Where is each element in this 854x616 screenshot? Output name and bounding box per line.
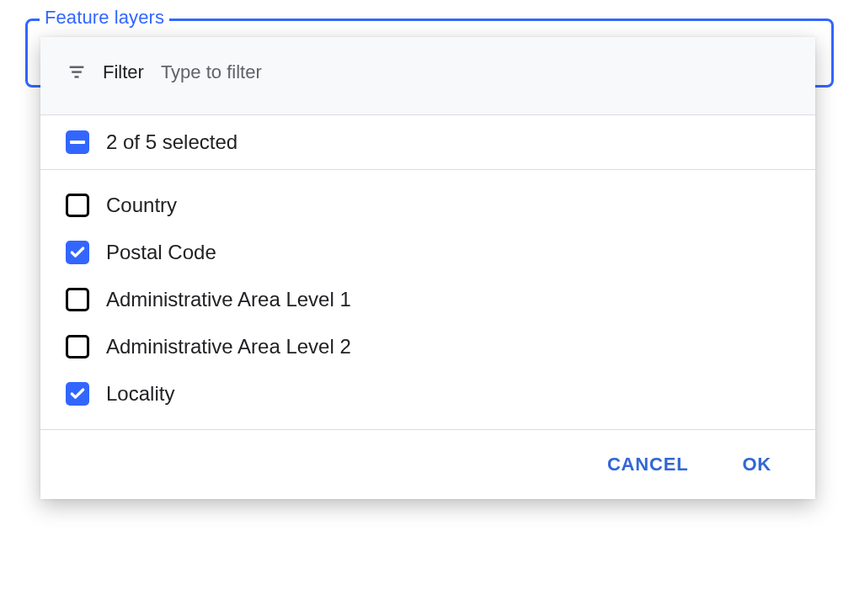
options-list: Country Postal Code Administrative Area … (40, 170, 815, 430)
option-label: Administrative Area Level 2 (106, 335, 351, 358)
option-admin-area-1[interactable]: Administrative Area Level 1 (40, 276, 815, 323)
checkbox-unchecked-icon[interactable] (66, 335, 89, 358)
filter-label: Filter (103, 61, 144, 83)
svg-rect-0 (70, 66, 84, 69)
feature-layers-dropdown: Filter 2 of 5 selected Country Postal Co… (40, 37, 815, 499)
filter-row: Filter (40, 37, 815, 115)
select-all-row[interactable]: 2 of 5 selected (40, 115, 815, 170)
cancel-button[interactable]: CANCEL (600, 450, 695, 479)
field-legend: Feature layers (40, 7, 169, 29)
selection-summary: 2 of 5 selected (106, 130, 238, 154)
filter-input[interactable] (159, 61, 790, 84)
checkbox-checked-icon[interactable] (66, 241, 89, 264)
svg-rect-3 (70, 141, 85, 144)
option-label: Locality (106, 382, 174, 406)
option-label: Administrative Area Level 1 (106, 288, 351, 311)
option-label: Postal Code (106, 241, 216, 264)
filter-list-icon (66, 64, 88, 81)
checkbox-checked-icon[interactable] (66, 382, 89, 406)
indeterminate-checkbox-icon[interactable] (66, 130, 89, 154)
ok-button[interactable]: OK (735, 450, 778, 479)
checkbox-unchecked-icon[interactable] (66, 288, 89, 311)
option-locality[interactable]: Locality (40, 370, 815, 417)
option-label: Country (106, 194, 177, 217)
option-admin-area-2[interactable]: Administrative Area Level 2 (40, 323, 815, 370)
svg-rect-1 (72, 71, 82, 73)
checkbox-unchecked-icon[interactable] (66, 194, 89, 217)
dialog-actions: CANCEL OK (40, 430, 815, 499)
svg-rect-2 (75, 76, 79, 78)
option-postal-code[interactable]: Postal Code (40, 229, 815, 276)
option-country[interactable]: Country (40, 182, 815, 229)
